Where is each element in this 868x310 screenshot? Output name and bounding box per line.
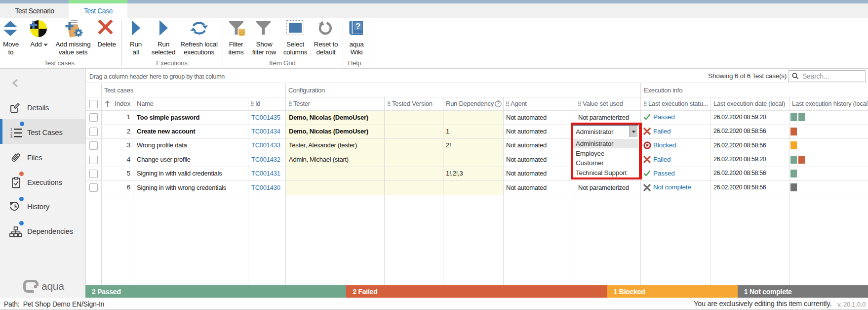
svg-text:3: 3 bbox=[10, 135, 12, 138]
svg-text:?: ? bbox=[355, 22, 360, 31]
svg-text:2: 2 bbox=[10, 132, 12, 135]
svg-text:1: 1 bbox=[10, 128, 12, 131]
svg-text:?: ? bbox=[497, 101, 500, 106]
